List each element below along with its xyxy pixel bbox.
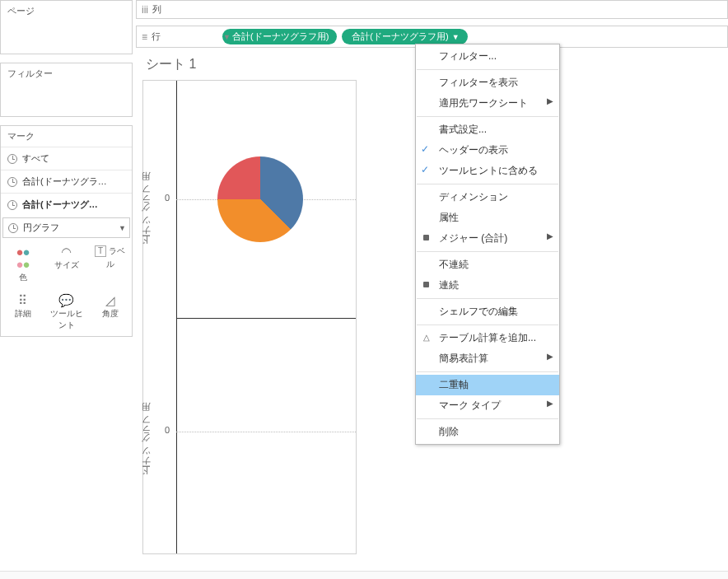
menu-format[interactable]: 書式設定...	[416, 119, 559, 140]
menu-show-filter[interactable]: フィルターを表示	[416, 72, 559, 93]
marks-sum2-label: 合計(ドーナツグ…	[22, 198, 98, 211]
mark-size[interactable]: ◠ サイズ	[46, 241, 86, 287]
radio-dot-icon	[423, 235, 429, 240]
axis-label-1[interactable]: ドーナツグラフ用	[140, 188, 155, 251]
mark-angle[interactable]: ◿ 角度	[90, 290, 130, 334]
tick-label: 0	[165, 425, 170, 435]
marks-all[interactable]: すべて	[1, 147, 132, 170]
marks-sum1-label: 合計(ドーナツグラ…	[22, 175, 107, 188]
status-bar	[0, 571, 728, 579]
mark-color[interactable]: ●●●● 色	[2, 241, 43, 287]
mark-angle-label: 角度	[102, 309, 119, 318]
marks-title: マーク	[1, 126, 132, 147]
rows-label: 行	[152, 30, 161, 43]
chart-canvas[interactable]: ドーナツグラフ用 ドーナツグラフ用 0 0	[142, 80, 357, 554]
marks-sum1[interactable]: 合計(ドーナツグラ…	[1, 170, 132, 193]
filters-title: フィルター	[1, 63, 132, 84]
check-icon: ✓	[421, 164, 429, 175]
chevron-right-icon: ▶	[547, 96, 553, 105]
clock-icon	[7, 154, 17, 164]
pill-sum-donut-2[interactable]: 合計(ドーナツグラフ用)▼	[342, 29, 467, 44]
mark-label-label: ラベル	[106, 246, 126, 268]
marks-sum2[interactable]: 合計(ドーナツグ…	[1, 193, 132, 216]
mark-type-select[interactable]: 円グラフ ▼	[2, 217, 130, 238]
y-axis	[176, 81, 177, 553]
pages-title: ページ	[1, 1, 132, 21]
marks-all-label: すべて	[22, 152, 49, 165]
chevron-right-icon: ▶	[547, 399, 553, 408]
size-icon: ◠	[47, 245, 86, 258]
mark-size-label: サイズ	[54, 260, 79, 269]
rows-icon: ≡	[142, 31, 147, 43]
chevron-right-icon: ▶	[547, 352, 553, 361]
menu-add-table-calc[interactable]: △テーブル計算を追加...	[416, 328, 559, 348]
chevron-down-icon: ▼	[452, 33, 460, 41]
panel-divider	[176, 318, 356, 319]
columns-icon: iii	[142, 4, 148, 16]
chevron-right-icon: ▶	[547, 231, 553, 240]
dropdown-icon: ▼	[223, 33, 231, 41]
menu-continuous[interactable]: 連続	[416, 275, 559, 296]
gridline	[176, 432, 356, 432]
mark-tooltip[interactable]: 💬 ツールヒント	[46, 290, 86, 334]
columns-shelf[interactable]: iii列	[136, 0, 728, 19]
menu-mark-type[interactable]: マーク タイプ▶	[416, 395, 559, 416]
menu-measure[interactable]: メジャー (合計)▶	[416, 228, 559, 249]
clock-icon	[7, 200, 17, 210]
menu-show-header[interactable]: ✓ヘッダーの表示	[416, 140, 559, 161]
tooltip-icon: 💬	[47, 294, 86, 306]
columns-label: 列	[152, 3, 161, 16]
menu-discrete[interactable]: 不連続	[416, 254, 559, 275]
delta-icon: △	[423, 333, 430, 342]
pill-sum-donut-1[interactable]: 合計(ドーナツグラフ用)	[222, 29, 337, 44]
mark-color-label: 色	[19, 273, 27, 282]
pie-chart-mark[interactable]	[217, 156, 303, 242]
menu-dual-axis[interactable]: 二重軸	[416, 375, 559, 395]
pill-label: 合計(ドーナツグラフ用)	[232, 30, 329, 43]
detail-icon: ⠿	[3, 294, 42, 306]
color-icon: ●●●●	[3, 245, 42, 270]
menu-remove[interactable]: 削除	[416, 422, 559, 442]
pill-label: 合計(ドーナツグラフ用)	[352, 30, 448, 43]
menu-quick-table-calc[interactable]: 簡易表計算▶	[416, 348, 559, 369]
angle-icon: ◿	[91, 294, 129, 306]
radio-dot-icon	[423, 282, 429, 287]
mark-tooltip-label: ツールヒント	[50, 309, 83, 329]
label-icon: T	[95, 245, 106, 257]
menu-include-tooltip[interactable]: ✓ツールヒントに含める	[416, 161, 559, 181]
mark-label[interactable]: T ラベル	[90, 241, 130, 287]
menu-dimension[interactable]: ディメンション	[416, 187, 559, 208]
mark-type-label: 円グラフ	[23, 222, 59, 234]
mark-detail-label: 詳細	[15, 309, 31, 318]
menu-attribute[interactable]: 属性	[416, 208, 559, 228]
context-menu: フィルター... フィルターを表示 適用先ワークシート▶ 書式設定... ✓ヘッ…	[415, 44, 560, 445]
clock-icon	[7, 177, 17, 187]
check-icon: ✓	[421, 143, 429, 155]
mark-detail[interactable]: ⠿ 詳細	[2, 290, 43, 334]
menu-apply-worksheets[interactable]: 適用先ワークシート▶	[416, 93, 559, 114]
pie-icon	[8, 223, 18, 233]
dropdown-icon: ▼	[119, 224, 126, 232]
tick-label: 0	[165, 193, 170, 203]
menu-edit-in-shelf[interactable]: シェルフでの編集	[416, 301, 559, 322]
menu-filter[interactable]: フィルター...	[416, 46, 559, 67]
axis-label-2[interactable]: ドーナツグラフ用	[140, 418, 155, 482]
